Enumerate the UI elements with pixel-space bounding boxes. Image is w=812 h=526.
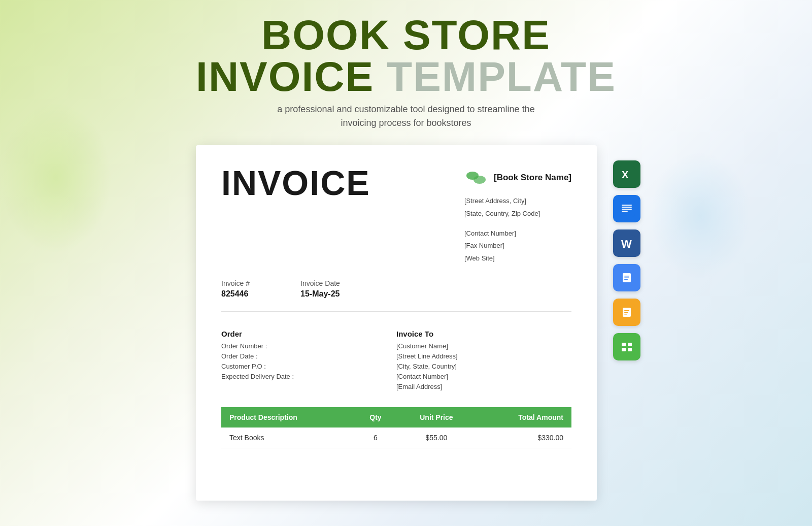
customer-street: [Street Line Address]: [396, 352, 571, 360]
row-unit-price: $55.00: [397, 428, 475, 448]
svg-rect-19: [624, 312, 628, 313]
col-qty: Qty: [353, 407, 397, 428]
sidebar-numbers-icon[interactable]: [613, 333, 640, 360]
svg-rect-7: [622, 209, 632, 210]
header-line2: INVOICE TEMPLATE: [0, 56, 812, 97]
store-contact: [Contact Number]: [464, 228, 516, 239]
invoice-date-value: 15-May-25: [300, 289, 340, 299]
invoice-number-label: Invoice #: [221, 279, 250, 287]
store-logo-icon: [464, 166, 489, 190]
svg-rect-14: [624, 278, 629, 279]
col-total-amount: Total Amount: [475, 407, 571, 428]
svg-rect-22: [622, 343, 626, 346]
customer-name: [Customer Name]: [396, 342, 571, 350]
svg-point-1: [473, 176, 486, 184]
svg-rect-8: [622, 211, 628, 212]
svg-rect-18: [624, 310, 629, 311]
invoice-number-value: 825446: [221, 289, 250, 299]
page-header: BOOK STORE INVOICE TEMPLATE a profession…: [0, 0, 812, 136]
col-product-description: Product Description: [221, 407, 353, 428]
invoice-date-group: Invoice Date 15-May-25: [300, 279, 340, 299]
invoice-table: Product Description Qty Unit Price Total…: [221, 407, 571, 448]
header-subtitle: a professional and customizable tool des…: [0, 103, 812, 130]
svg-rect-20: [624, 314, 627, 315]
invoice-meta-section: Invoice # 825446 Invoice Date 15-May-25: [221, 279, 571, 312]
invoice-to-block: Invoice To [Customer Name] [Street Line …: [396, 330, 571, 393]
store-address-line1: [Street Address, City]: [464, 196, 526, 207]
invoice-number-group: Invoice # 825446: [221, 279, 250, 299]
delivery-date-field: Expected Delivery Date :: [221, 373, 396, 380]
sidebar-excel-icon[interactable]: X: [613, 160, 640, 188]
table-header: Product Description Qty Unit Price Total…: [221, 407, 571, 428]
header-invoice-word: INVOICE: [196, 53, 374, 100]
store-name: [Book Store Name]: [494, 173, 571, 183]
svg-rect-21: [619, 339, 635, 355]
customer-contact: [Contact Number]: [396, 373, 571, 380]
svg-text:W: W: [621, 238, 632, 250]
store-info: [Book Store Name] [Street Address, City]…: [464, 166, 571, 264]
main-area: INVOICE [Book Store Name] [Street Addres…: [0, 136, 812, 526]
order-number-field: Order Number :: [221, 342, 396, 350]
invoice-title: INVOICE: [221, 166, 370, 200]
svg-rect-25: [628, 348, 632, 351]
invoice-date-label: Invoice Date: [300, 279, 340, 287]
sidebar-pages-icon[interactable]: [613, 299, 640, 326]
customer-city: [City, State, Country]: [396, 363, 571, 370]
svg-rect-5: [622, 205, 632, 206]
table-header-row: Product Description Qty Unit Price Total…: [221, 407, 571, 428]
sidebar-word-icon[interactable]: W: [613, 229, 640, 257]
header-line1: BOOK STORE: [0, 14, 812, 56]
store-logo-name: [Book Store Name]: [464, 166, 571, 190]
customer-po-field: Customer P.O :: [221, 363, 396, 370]
store-address-line2: [State, Country, Zip Code]: [464, 209, 540, 219]
store-website: [Web Site]: [464, 253, 495, 264]
sidebar-docs-icon[interactable]: [613, 264, 640, 291]
invoice-top-section: INVOICE [Book Store Name] [Street Addres…: [221, 166, 571, 264]
store-fax: [Fax Number]: [464, 241, 504, 251]
row-description: Text Books: [221, 428, 353, 448]
order-section-title: Order: [221, 330, 396, 338]
customer-email: [Email Address]: [396, 383, 571, 390]
svg-rect-23: [628, 343, 632, 346]
svg-rect-13: [624, 276, 629, 277]
order-date-field: Order Date :: [221, 352, 396, 360]
svg-text:X: X: [622, 169, 629, 180]
svg-rect-15: [624, 279, 628, 280]
order-block: Order Order Number : Order Date : Custom…: [221, 330, 396, 393]
invoice-to-title: Invoice To: [396, 330, 571, 338]
table-body: Text Books 6 $55.00 $330.00: [221, 428, 571, 448]
invoice-document: INVOICE [Book Store Name] [Street Addres…: [196, 145, 597, 501]
svg-rect-24: [622, 348, 626, 351]
header-template-word: TEMPLATE: [387, 53, 616, 100]
order-and-invoice-to-section: Order Order Number : Order Date : Custom…: [221, 330, 571, 393]
svg-rect-6: [622, 207, 632, 208]
row-qty: 6: [353, 428, 397, 448]
col-unit-price: Unit Price: [397, 407, 475, 428]
row-total: $330.00: [475, 428, 571, 448]
table-row: Text Books 6 $55.00 $330.00: [221, 428, 571, 448]
sidebar: X W: [603, 145, 647, 360]
page-wrapper: BOOK STORE INVOICE TEMPLATE a profession…: [0, 0, 812, 526]
sidebar-sheets-icon[interactable]: [613, 195, 640, 222]
